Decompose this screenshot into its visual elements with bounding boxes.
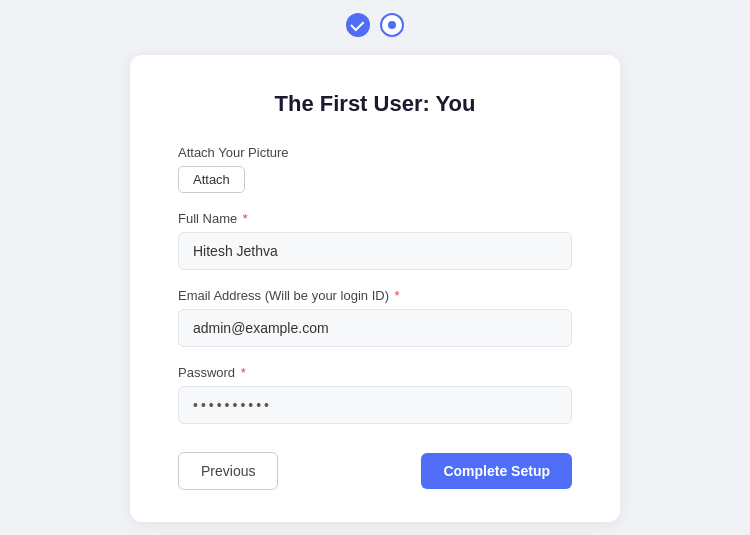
full-name-label: Full Name *: [178, 211, 572, 226]
picture-field-group: Attach Your Picture Attach: [178, 145, 572, 193]
attach-picture-button[interactable]: Attach: [178, 166, 245, 193]
complete-setup-button[interactable]: Complete Setup: [421, 453, 572, 489]
required-star-email: *: [391, 288, 400, 303]
password-label: Password *: [178, 365, 572, 380]
actions-row: Previous Complete Setup: [178, 452, 572, 490]
step-indicators: [346, 13, 404, 37]
required-star-name: *: [239, 211, 248, 226]
step-2-indicator: [380, 13, 404, 37]
full-name-input[interactable]: [178, 232, 572, 270]
email-label: Email Address (Will be your login ID) *: [178, 288, 572, 303]
setup-card: The First User: You Attach Your Picture …: [130, 55, 620, 522]
previous-button[interactable]: Previous: [178, 452, 278, 490]
step-1-indicator: [346, 13, 370, 37]
full-name-field-group: Full Name *: [178, 211, 572, 270]
email-field-group: Email Address (Will be your login ID) *: [178, 288, 572, 347]
password-input[interactable]: [178, 386, 572, 424]
required-star-password: *: [237, 365, 246, 380]
card-title: The First User: You: [178, 91, 572, 117]
password-field-group: Password *: [178, 365, 572, 424]
outer-container: The First User: You Attach Your Picture …: [0, 13, 750, 522]
picture-label: Attach Your Picture: [178, 145, 572, 160]
email-input[interactable]: [178, 309, 572, 347]
